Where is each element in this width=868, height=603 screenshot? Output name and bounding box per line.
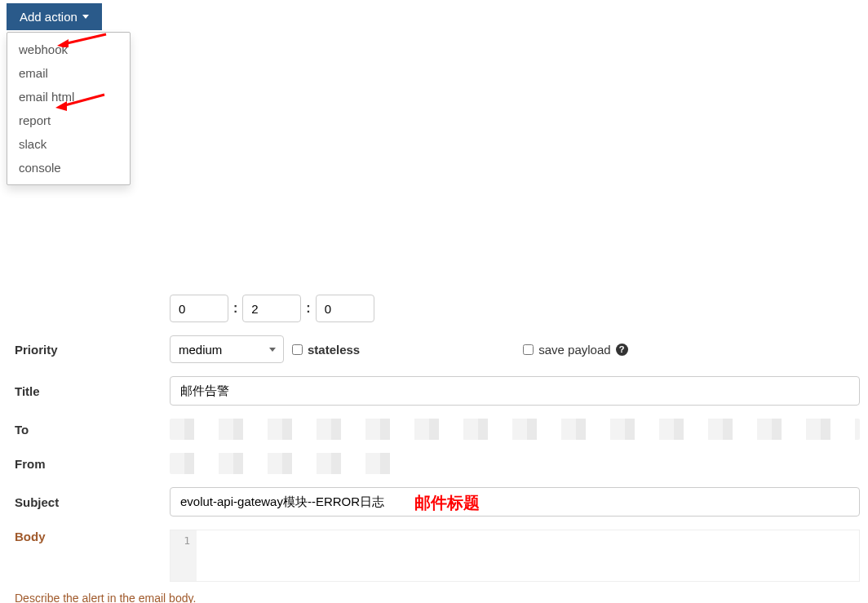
menu-item-report[interactable]: report (7, 109, 130, 132)
stateless-checkbox[interactable] (292, 344, 303, 355)
body-label: Body (15, 530, 162, 543)
body-helper-text: Describe the alert in the email body. (15, 592, 860, 603)
menu-item-email-html[interactable]: email html (7, 85, 130, 109)
add-action-label: Add action (20, 10, 78, 24)
to-label: To (15, 423, 162, 437)
body-editor[interactable]: 1 (170, 530, 860, 582)
caret-down-icon (82, 15, 89, 19)
stateless-label: stateless (308, 343, 360, 357)
body-content[interactable] (197, 530, 859, 581)
help-icon[interactable]: ? (616, 344, 628, 356)
time-hours-input[interactable] (170, 295, 228, 322)
time-minutes-input[interactable] (242, 295, 301, 322)
subject-input[interactable] (170, 487, 860, 517)
subject-label: Subject (15, 495, 162, 509)
add-action-menu: webhook email email html report slack co… (7, 32, 131, 185)
menu-item-console[interactable]: console (7, 156, 130, 180)
to-input-redacted[interactable] (170, 419, 860, 440)
add-action-button[interactable]: Add action (7, 3, 102, 30)
time-sep-1: : (233, 301, 237, 316)
priority-label: Priority (15, 343, 162, 357)
save-payload-wrap[interactable]: save payload ? (523, 343, 627, 357)
time-seconds-input[interactable] (316, 295, 374, 322)
save-payload-checkbox[interactable] (523, 344, 534, 355)
menu-item-slack[interactable]: slack (7, 132, 130, 156)
title-label: Title (15, 384, 162, 398)
from-label: From (15, 457, 162, 471)
save-payload-label: save payload (538, 343, 610, 357)
menu-item-webhook[interactable]: webhook (7, 38, 130, 61)
priority-select[interactable]: medium (170, 335, 284, 363)
time-sep-2: : (306, 301, 310, 316)
from-input-redacted[interactable] (170, 453, 414, 474)
title-input[interactable] (170, 376, 860, 406)
menu-item-email[interactable]: email (7, 61, 130, 85)
body-gutter: 1 (170, 530, 197, 581)
stateless-wrap[interactable]: stateless (292, 343, 360, 357)
